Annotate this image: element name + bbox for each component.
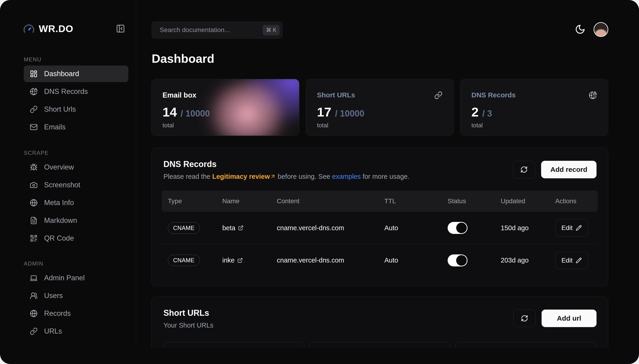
- sidebar-item-users[interactable]: Users: [24, 288, 128, 304]
- sidebar-item-label: Admin Panel: [44, 274, 85, 282]
- sidebar-item-markdown[interactable]: Markdown: [24, 212, 128, 229]
- sidebar-item-dns-records[interactable]: DNS Records: [24, 83, 128, 100]
- sidebar-item-records[interactable]: Records: [24, 305, 128, 322]
- stat-card-value: 17: [317, 104, 331, 120]
- qr-code-icon: [30, 234, 38, 242]
- toggle-knob: [456, 222, 467, 233]
- sidebar-item-label: URLs: [44, 327, 62, 336]
- sidebar-item-label: Short Urls: [44, 105, 76, 114]
- record-status-toggle[interactable]: [448, 254, 467, 266]
- legitimacy-review-link[interactable]: Legitimacy review: [212, 173, 270, 180]
- sidebar-section-admin-label: ADMIN: [24, 260, 136, 267]
- external-link-icon[interactable]: [238, 225, 243, 231]
- add-record-button[interactable]: Add record: [541, 161, 596, 178]
- sidebar-item-label: Markdown: [44, 216, 77, 225]
- sidebar-item-label: Meta Info: [44, 198, 74, 207]
- edit-record-button[interactable]: Edit: [555, 219, 588, 237]
- table-header-row: Type Name Content TTL Status Updated Act…: [162, 190, 598, 212]
- search-by-user-name-input[interactable]: [455, 342, 596, 348]
- stat-cards-row: Email box 14 / 10000 total Short URLs 17…: [151, 79, 608, 136]
- link-icon: [30, 106, 38, 113]
- record-name-cell: inke: [222, 256, 277, 264]
- laptop-icon: [30, 274, 38, 282]
- sidebar-logo: WR.DO: [0, 0, 136, 34]
- globe-icon: [30, 310, 38, 318]
- sidebar-item-meta-info[interactable]: Meta Info: [24, 194, 128, 211]
- search-by-slug-input[interactable]: [163, 342, 304, 348]
- sidebar-scrape-list: Overview Screenshot Meta Info Markdown Q…: [24, 159, 128, 246]
- users-icon: [30, 292, 38, 300]
- globe-icon: [30, 199, 38, 207]
- search-by-target-input[interactable]: [309, 342, 450, 348]
- short-urls-refresh-button[interactable]: [513, 310, 536, 327]
- arrow-up-right-icon: [270, 174, 276, 180]
- column-header-actions: Actions: [555, 198, 598, 205]
- sidebar-item-urls[interactable]: URLs: [24, 323, 128, 340]
- app-content: WR.DO MENU Dashboard DNS Records: [0, 0, 639, 348]
- record-content: cname.vercel-dns.com: [277, 256, 384, 264]
- sidebar-collapse-button[interactable]: [115, 24, 126, 34]
- record-ttl: Auto: [384, 224, 448, 232]
- record-updated: 203d ago: [501, 256, 555, 264]
- record-name: inke: [222, 256, 234, 264]
- logo-text: WR.DO: [39, 23, 115, 34]
- theme-toggle-button[interactable]: [573, 22, 587, 36]
- camera-icon: [30, 181, 38, 189]
- sidebar-item-emails[interactable]: Emails: [24, 119, 128, 136]
- stat-card-limit: / 10000: [181, 109, 210, 118]
- edit-label: Edit: [561, 257, 572, 264]
- globe-lock-icon: [589, 91, 597, 100]
- column-header-content: Content: [277, 198, 384, 205]
- refresh-icon: [521, 315, 528, 322]
- toggle-knob: [456, 255, 467, 266]
- sidebar-item-overview[interactable]: Overview: [24, 159, 128, 176]
- subtitle-text: for more usage.: [361, 173, 410, 180]
- sidebar-admin-list: Admin Panel Users Records URLs: [24, 270, 128, 340]
- sidebar-section-scrape-label: SCRAPE: [24, 150, 136, 156]
- sidebar-item-label: Users: [44, 292, 63, 300]
- sidebar-item-label: Screenshot: [44, 181, 80, 189]
- sidebar-item-short-urls[interactable]: Short Urls: [24, 101, 128, 118]
- mail-icon: [30, 123, 38, 131]
- record-name-cell: beta: [222, 224, 277, 232]
- layout-dashboard-icon: [30, 70, 38, 78]
- subtitle-text: Please read the: [163, 173, 212, 180]
- record-updated: 150d ago: [501, 224, 555, 232]
- sidebar-menu-list: Dashboard DNS Records Short Urls Emails: [24, 66, 128, 136]
- stat-card-value: 14: [163, 104, 177, 120]
- column-header-status: Status: [448, 198, 501, 205]
- page-title: Dashboard: [152, 52, 214, 66]
- external-link-icon[interactable]: [237, 258, 243, 263]
- sidebar: WR.DO MENU Dashboard DNS Records: [0, 0, 136, 348]
- add-url-button[interactable]: Add url: [542, 310, 596, 327]
- stat-card-caption: total: [163, 122, 288, 129]
- dns-refresh-button[interactable]: [513, 161, 535, 178]
- stat-card-title: Email box: [163, 91, 196, 100]
- record-content: cname.vercel-dns.com: [277, 224, 384, 232]
- record-status-toggle[interactable]: [448, 222, 467, 234]
- sidebar-item-screenshot[interactable]: Screenshot: [24, 177, 128, 193]
- stat-card-dns-records: DNS Records 2 / 3 total: [460, 79, 608, 136]
- sidebar-item-label: QR Code: [44, 234, 74, 242]
- search-box: ⌘ K: [152, 22, 282, 38]
- sidebar-item-label: Overview: [44, 163, 74, 172]
- stat-card-caption: total: [471, 122, 597, 129]
- stat-card-limit: / 10000: [335, 109, 364, 118]
- stat-card-title: Short URLs: [317, 91, 355, 99]
- app-window: WR.DO MENU Dashboard DNS Records: [0, 0, 639, 364]
- edit-label: Edit: [561, 224, 572, 232]
- user-avatar[interactable]: [593, 22, 608, 37]
- record-ttl: Auto: [384, 256, 448, 264]
- stat-card-limit: / 3: [482, 109, 492, 118]
- record-type-badge: CNAME: [168, 255, 200, 266]
- gauge-logo-icon: [23, 23, 35, 34]
- sidebar-item-dashboard[interactable]: Dashboard: [24, 66, 128, 82]
- stat-card-title: DNS Records: [471, 91, 516, 99]
- sidebar-item-qr-code[interactable]: QR Code: [24, 230, 128, 246]
- examples-link[interactable]: examples: [332, 173, 361, 180]
- sidebar-item-admin-panel[interactable]: Admin Panel: [24, 270, 128, 286]
- edit-record-button[interactable]: Edit: [555, 252, 588, 269]
- sidebar-item-label: Emails: [44, 123, 66, 131]
- column-header-type: Type: [168, 198, 222, 205]
- search-input[interactable]: [160, 26, 263, 34]
